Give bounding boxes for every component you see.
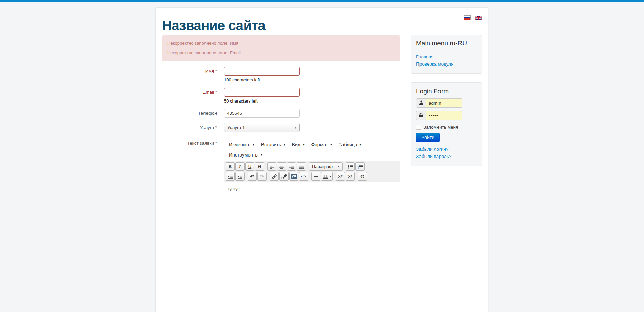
service-select[interactable]: Услуга 1 ▾ xyxy=(224,123,300,132)
error-message: Некорректно заполнено поле: Email xyxy=(167,50,395,55)
service-select-value: Услуга 1 xyxy=(227,125,245,130)
horizontal-rule-button[interactable] xyxy=(311,172,320,181)
name-input[interactable] xyxy=(224,67,300,76)
undo-button[interactable]: ↶ xyxy=(248,172,257,181)
numbered-list-button[interactable]: 123 xyxy=(355,162,365,171)
table-button[interactable]: ▾ xyxy=(321,172,333,181)
paragraph-format-select[interactable]: Параграф▾ xyxy=(309,162,343,171)
align-justify-icon xyxy=(299,165,304,169)
align-left-icon xyxy=(270,165,274,169)
outdent-button[interactable] xyxy=(226,172,235,181)
align-center-button[interactable] xyxy=(277,162,286,171)
sidebar-item-home[interactable]: Главная xyxy=(416,54,476,60)
login-button[interactable]: Войти xyxy=(416,133,440,142)
source-code-button[interactable]: <> xyxy=(299,172,308,181)
chevron-down-icon: ▾ xyxy=(330,143,332,146)
redo-icon: ↷ xyxy=(260,174,264,179)
undo-icon: ↶ xyxy=(250,174,254,179)
menubar-item-label: Инструменты xyxy=(229,152,258,158)
menubar-item-label: Вставить xyxy=(261,142,281,147)
remember-me-label: Запомнить меня xyxy=(423,125,458,130)
italic-button[interactable]: I xyxy=(235,162,245,171)
subscript-button[interactable]: X2 xyxy=(336,172,345,181)
menubar-item-label: Изменить xyxy=(229,142,250,147)
email-field-group: Email * 50 characters left xyxy=(162,88,400,104)
bullet-list-icon xyxy=(348,165,353,169)
phone-field-group: Телефон xyxy=(162,109,400,118)
editor-content[interactable]: куекуе xyxy=(224,182,400,312)
horizontal-rule-icon xyxy=(314,176,318,177)
password-row xyxy=(416,111,476,120)
image-button[interactable] xyxy=(289,172,298,181)
content-card: Название сайта Некорректно заполнено пол… xyxy=(155,7,488,312)
align-right-button[interactable] xyxy=(287,162,296,171)
phone-field-label: Телефон xyxy=(162,109,224,118)
main-column: Название сайта Некорректно заполнено пол… xyxy=(162,8,400,312)
strikethrough-button[interactable]: S xyxy=(255,162,264,171)
language-switcher xyxy=(464,15,482,20)
outdent-icon xyxy=(228,175,233,179)
svg-text:3: 3 xyxy=(358,167,359,168)
name-field-label: Имя * xyxy=(162,67,224,82)
top-accent-bar xyxy=(0,0,644,2)
login-password-input[interactable] xyxy=(426,111,462,120)
page: { "header": { "site_title": "Название са… xyxy=(0,0,644,312)
phone-input[interactable] xyxy=(224,109,300,118)
sidebar: Main menu ru-RU Главная Проверка модуля … xyxy=(411,8,482,312)
divider xyxy=(416,51,476,51)
menubar-item-label: Формат xyxy=(311,142,328,147)
align-right-icon xyxy=(289,165,294,169)
username-addon xyxy=(416,98,426,108)
link-icon xyxy=(272,174,277,179)
menubar-item[interactable]: Таблица▾ xyxy=(335,140,365,150)
content-row: Название сайта Некорректно заполнено пол… xyxy=(156,8,488,312)
image-icon xyxy=(291,174,297,179)
underline-button[interactable]: U xyxy=(245,162,254,171)
superscript-button[interactable]: X2 xyxy=(346,172,355,181)
main-menu-title: Main menu ru-RU xyxy=(416,40,476,47)
email-char-counter: 50 characters left xyxy=(224,98,300,104)
user-icon xyxy=(419,100,424,106)
indent-icon xyxy=(238,175,242,179)
link-button[interactable] xyxy=(270,172,279,181)
forgot-password-link[interactable]: Забыли пароль? xyxy=(416,153,476,160)
redo-button[interactable]: ↷ xyxy=(257,172,267,181)
lock-icon xyxy=(419,113,423,119)
unlink-button[interactable] xyxy=(279,172,289,181)
email-field-label: Email * xyxy=(162,88,224,104)
main-menu-panel: Main menu ru-RU Главная Проверка модуля xyxy=(411,35,482,74)
menubar-item[interactable]: Инструменты▾ xyxy=(226,150,266,160)
menubar-item[interactable]: Изменить▾ xyxy=(226,140,258,150)
italic-icon: I xyxy=(239,164,241,169)
table-icon: ▾ xyxy=(323,175,331,179)
russian-flag-icon[interactable] xyxy=(464,15,471,20)
indent-button[interactable] xyxy=(235,172,245,181)
menubar-item[interactable]: Формат▾ xyxy=(308,140,335,150)
message-field-label: Текст заявки * xyxy=(162,139,224,312)
align-justify-button[interactable] xyxy=(297,162,306,171)
message-field-group: Текст заявки * Изменить▾Вставить▾Вид▾Фор… xyxy=(162,139,400,312)
chevron-down-icon: ▾ xyxy=(261,153,262,157)
forgot-login-link[interactable]: Забыли логин? xyxy=(416,146,476,152)
menubar-item[interactable]: Вставить▾ xyxy=(258,140,289,150)
sidebar-item-module-check[interactable]: Проверка модуля xyxy=(416,61,476,67)
chevron-down-icon: ▾ xyxy=(295,126,296,129)
menubar-item-label: Вид xyxy=(292,142,300,147)
login-username-input[interactable] xyxy=(426,98,462,108)
bullet-list-button[interactable] xyxy=(346,162,355,171)
source-code-icon: <> xyxy=(301,175,306,179)
special-character-button[interactable]: Ω xyxy=(358,172,367,181)
chevron-down-icon: ▾ xyxy=(284,143,285,146)
menubar-item[interactable]: Вид▾ xyxy=(289,140,308,150)
remember-me-checkbox[interactable] xyxy=(416,125,421,130)
email-input[interactable] xyxy=(224,88,300,97)
english-flag-icon[interactable] xyxy=(475,16,482,20)
align-left-button[interactable] xyxy=(267,162,276,171)
unlink-icon xyxy=(281,174,287,179)
login-form-panel: Login Form xyxy=(411,82,482,166)
login-form-title: Login Form xyxy=(416,88,476,95)
chevron-down-icon: ▾ xyxy=(303,143,305,146)
service-field-label: Услуга * xyxy=(162,123,224,132)
subscript-icon: X2 xyxy=(338,174,343,179)
bold-button[interactable]: B xyxy=(226,162,235,171)
